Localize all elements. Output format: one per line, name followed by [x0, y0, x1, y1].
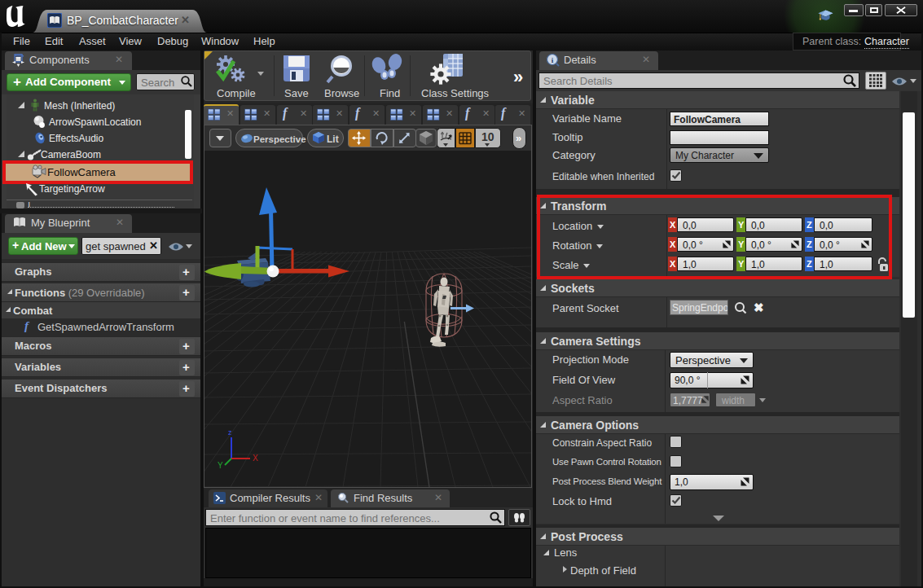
- svg-text:X: X: [253, 454, 258, 463]
- svg-text:z: z: [228, 428, 232, 437]
- svg-text:Y: Y: [218, 461, 223, 470]
